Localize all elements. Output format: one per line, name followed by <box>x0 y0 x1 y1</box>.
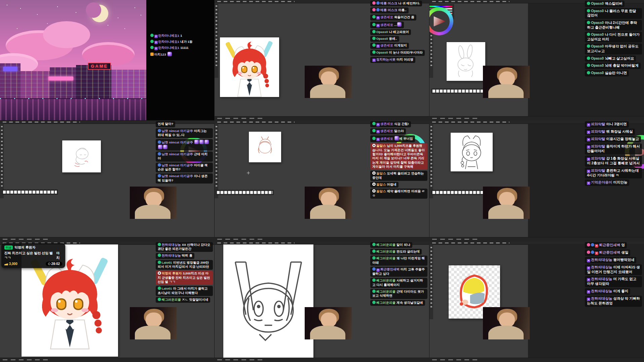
green-badge-icon <box>372 137 376 140</box>
chat-username: 퇴근중인새벽 <box>599 243 620 247</box>
heart-badge-icon <box>376 24 380 27</box>
chat-username: 천하의대상놈 <box>591 296 612 300</box>
chat-username: 천하의대상놈 <box>162 254 181 257</box>
chat-message: Opass0나 배고파졌어 <box>370 29 411 35</box>
toolbar[interactable] <box>215 3 218 78</box>
color-wheel[interactable] <box>429 7 453 35</box>
cheese-icon <box>4 262 8 265</box>
chat-message: 님캣 nimcat 아기공주마이클 잭슨은 실존 할까? <box>156 163 213 173</box>
city-skyline: GAME <box>0 60 146 99</box>
chat-message: Opass0나 다시 전으로 돌아가고싶어요 마치 <box>585 32 642 42</box>
chat-username: 돌말스 <box>376 171 386 175</box>
drawing-canvas[interactable] <box>62 140 101 172</box>
webcam-face <box>146 312 161 327</box>
chat-username: 피와약탈 <box>591 144 605 148</box>
badge-row <box>158 261 162 264</box>
bulb-badge-icon <box>372 183 376 186</box>
badge-row <box>372 278 376 282</box>
drawing-canvas[interactable] <box>223 244 313 358</box>
chat-username: 피와약탈 <box>591 156 605 160</box>
chat-message: 쌔그러운피클왜 나만 이런게임 해야돼 <box>370 256 427 266</box>
green-badge-icon <box>150 40 154 43</box>
pixel-art-scene: GAME <box>0 0 146 121</box>
frame-paint-colored: 메롱 머스크나 귀 예민하다.메롱 머스크아홍..생존세포쑥들어간건 좀생존세포… <box>215 0 429 121</box>
webcam-overlay <box>305 66 351 98</box>
windows <box>21 71 50 99</box>
chat-message: 천하의대상놈딱히 흥 <box>156 253 194 259</box>
chat-text: 11111 <box>180 46 188 50</box>
webcam-body <box>488 205 524 219</box>
chat-username: 생존세포 <box>380 129 393 133</box>
chat-text: 이게 좋지 <box>613 289 628 293</box>
chat-message: 생존세포... <box>370 22 404 28</box>
animation-timeline[interactable] <box>216 190 274 195</box>
frame-coloring-pass: 퇴근중인새벽엉퇴근중인새벽생일천하의대상놈붕어빵먹었네천하의대상놈이제 아저씨라… <box>429 241 644 362</box>
building <box>111 70 146 99</box>
chat-username: 천하의대상놈 <box>591 289 612 293</box>
chat-message: 생존세포쑥들어간건 좀 <box>370 14 416 21</box>
crescent-moon-icon <box>91 5 108 22</box>
bulb-badge-icon <box>158 271 161 275</box>
chat-message: 쌔그러운피클말이 되냐 <box>370 242 412 248</box>
blue-badge-icon <box>158 174 161 177</box>
chat-username: 생존세포 <box>380 43 393 47</box>
drawing-canvas[interactable] <box>451 133 492 171</box>
webcam-body <box>135 326 171 339</box>
toolbar[interactable] <box>215 124 218 198</box>
artwork-colored-chibi <box>220 37 279 97</box>
chat-message: 만차아니에요1내가 1등 <box>150 39 193 44</box>
chat-username: 피와약탈 <box>591 137 605 141</box>
animation-timeline[interactable] <box>431 190 492 195</box>
chat-username: 생존세포 <box>380 122 393 126</box>
artwork-sketch-head <box>249 132 281 162</box>
status-bar <box>215 237 429 241</box>
chat-text: 마치 어리엥 <box>396 58 413 61</box>
chat-username: 천하의대상놈 <box>591 258 612 262</box>
chat-message: Opass0웅애.. <box>370 36 399 42</box>
drawing-canvas[interactable] <box>220 37 279 97</box>
heart-badge-icon <box>376 44 380 48</box>
frame-paint-final: 미션 익명의 후원자 진짜 치즈이고 싶은 빌런 선임 벨 ㄱㄱ 마치 3,00… <box>0 241 215 362</box>
letterbox <box>146 0 215 121</box>
chat-username: 돌말스 <box>376 183 386 186</box>
animation-timeline[interactable] <box>2 190 58 195</box>
chat-username: 생존세포 <box>380 23 393 27</box>
badge-row <box>372 183 376 186</box>
green-badge-icon <box>372 290 376 293</box>
chat-message: Opass0아무생각 없이 공듀도 보고시ㅠ고 <box>585 43 642 54</box>
chat-message: 피와약탈훈련하고 사워하는데 4시간 기다려야됨 ㅋ <box>585 168 642 179</box>
toolbar[interactable] <box>0 124 4 198</box>
chat-message: 돌말스도네력 올리려고 연습하는 중인데 <box>370 171 427 181</box>
status-bar <box>429 116 644 121</box>
badge-row <box>158 254 162 257</box>
chat-username: 님캣 nimcat 아기공주 <box>162 129 193 133</box>
toolbar[interactable] <box>429 124 433 198</box>
green-badge-icon <box>158 254 161 257</box>
heart-badge-icon <box>587 182 590 185</box>
chat-username: 피와약탈 <box>591 129 605 133</box>
chat-message: 님캣 nimcat 아기공주근데 마치야 <box>156 152 213 162</box>
webcam-body <box>488 326 524 339</box>
chat-message: 천하의대상놈이게 좋지 <box>585 288 630 295</box>
orange-badge-icon <box>150 53 154 56</box>
drawing-canvas[interactable] <box>447 42 485 81</box>
chat-message: 돌말스님이 1,000치즈를 후원했습니다. 오늘 가져온건 너희들도 좋아할거… <box>370 143 427 170</box>
chat-text: 엉 <box>621 243 625 247</box>
webcam-face <box>321 312 337 327</box>
chat-username: 쌔그러운피클 <box>376 250 395 253</box>
toolbar[interactable] <box>429 244 433 319</box>
green-badge-icon <box>158 298 161 301</box>
chat-message: Opass0뇌에 총알 박아버릴게 <box>585 63 640 69</box>
badge-row <box>158 243 162 246</box>
drawing-canvas[interactable] <box>249 132 281 162</box>
chat-message: 천하의대상놈붕어빵먹었네 <box>585 257 636 263</box>
hue-slider[interactable] <box>429 6 452 7</box>
redheart-badge-icon <box>595 252 598 255</box>
chat-message: 피와약탈이용시간을 정해놓고 <box>585 136 641 142</box>
chat-text: 뇌에 총알 박아버릴게 <box>605 63 638 67</box>
chat-message: Opass0아냐 2시간안에 후딱 하고 출근준비행나혜 <box>585 20 642 31</box>
green-badge-icon <box>372 30 376 33</box>
blue-badge-icon <box>376 8 380 11</box>
bulb-badge-icon <box>372 144 376 147</box>
green-badge-icon <box>150 46 154 49</box>
